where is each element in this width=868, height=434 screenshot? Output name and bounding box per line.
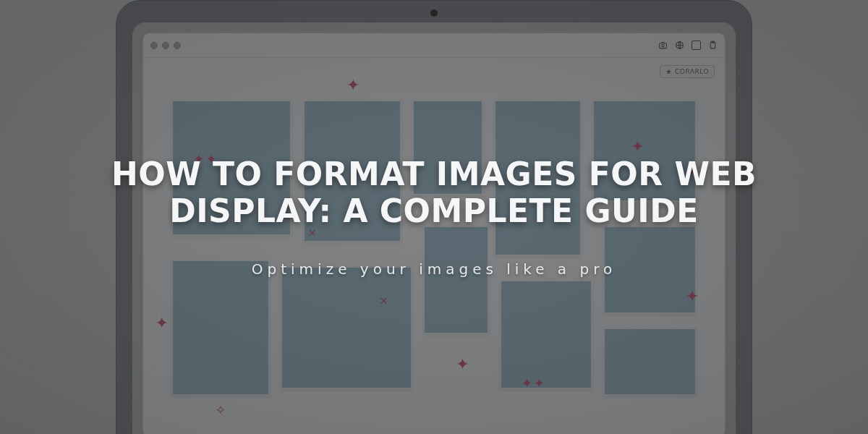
hero-overlay: HOW TO FORMAT IMAGES FOR WEB DISPLAY: A … bbox=[0, 0, 868, 434]
hero-title: HOW TO FORMAT IMAGES FOR WEB DISPLAY: A … bbox=[87, 156, 781, 229]
hero-subtitle: Optimize your images like a pro bbox=[252, 260, 616, 278]
hero-banner: CORARLO bbox=[0, 0, 868, 434]
